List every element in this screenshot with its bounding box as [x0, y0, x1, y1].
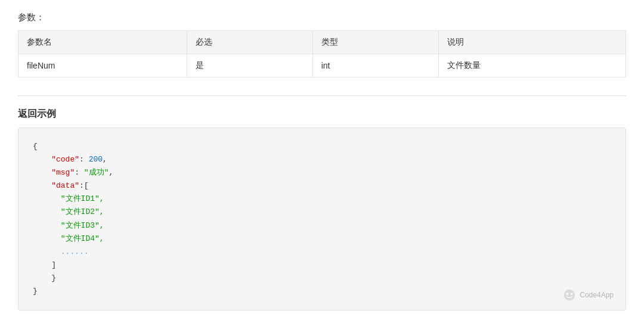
watermark: Code4App	[563, 288, 614, 302]
watermark-icon	[563, 288, 576, 302]
col-header-required: 必选	[187, 31, 312, 54]
cell-required: 是	[187, 54, 312, 77]
cell-type: int	[312, 54, 438, 77]
code-line-4: "data":[	[33, 179, 611, 193]
cell-description: 文件数量	[438, 54, 626, 77]
return-example-title: 返回示例	[18, 108, 626, 120]
cell-param-name: fileNum	[18, 54, 187, 77]
code-line-6: "文件ID2",	[33, 206, 611, 219]
col-header-name: 参数名	[18, 31, 187, 54]
code-line-7: "文件ID3",	[33, 219, 611, 232]
code-line-3: "msg": "成功",	[33, 166, 611, 179]
table-row: fileNum 是 int 文件数量	[18, 54, 626, 77]
code-block: { "code": 200, "msg": "成功", "data":[ "文件…	[18, 128, 626, 311]
code-line-8: "文件ID4",	[33, 232, 611, 246]
watermark-text: Code4App	[580, 289, 614, 301]
col-header-type: 类型	[312, 31, 438, 54]
col-header-description: 说明	[438, 31, 626, 54]
code-line-11: }	[33, 272, 611, 285]
code-line-10: ]	[33, 259, 611, 272]
section-divider	[18, 95, 626, 96]
code-line-12: }	[33, 285, 611, 298]
svg-point-1	[566, 293, 569, 295]
code-line-2: "code": 200,	[33, 153, 611, 166]
params-label: 参数：	[18, 12, 626, 23]
svg-point-0	[564, 290, 575, 300]
table-header-row: 参数名 必选 类型 说明	[18, 31, 626, 54]
svg-point-2	[571, 293, 573, 295]
code-line-1: {	[33, 140, 611, 153]
code-line-5: "文件ID1",	[33, 193, 611, 206]
params-table: 参数名 必选 类型 说明 fileNum 是 int 文件数量	[18, 30, 626, 77]
code-line-9: ......	[33, 246, 611, 259]
